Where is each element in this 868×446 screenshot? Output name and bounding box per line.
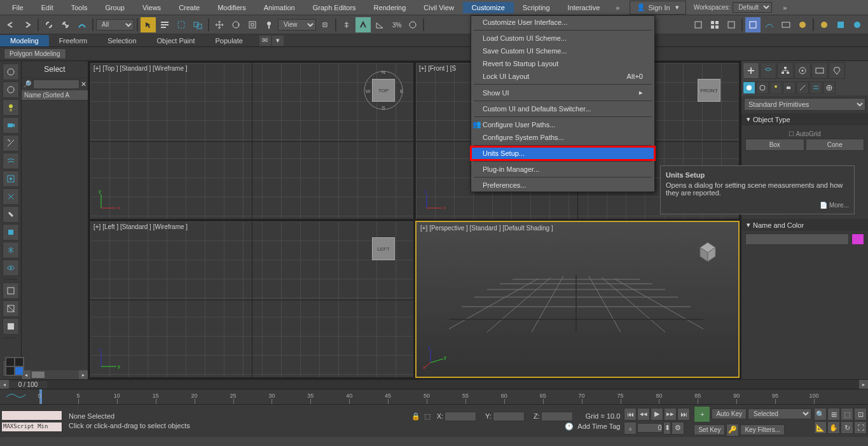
menu-animation[interactable]: Animation xyxy=(255,2,304,13)
dope-sheet-button[interactable] xyxy=(778,17,794,32)
filter-space-warp-icon[interactable] xyxy=(3,153,19,169)
filter-frozen-icon[interactable] xyxy=(3,242,19,258)
snap-button[interactable] xyxy=(355,17,371,32)
systems-subtab[interactable] xyxy=(823,81,836,94)
menu-item-lock-ui-layout[interactable]: Lock UI LayoutAlt+0 xyxy=(471,70,654,83)
zoom-button[interactable]: 🔍 xyxy=(814,408,827,421)
ref-coord-select[interactable]: View xyxy=(278,19,316,31)
fov-button[interactable]: 📐 xyxy=(814,421,827,434)
viewport-top-label[interactable]: [+] [Top ] [Standard ] [Wireframe ] xyxy=(93,65,188,72)
cameras-subtab[interactable] xyxy=(783,81,796,94)
menu-item-custom-ui-and-defaults-switcher[interactable]: Custom UI and Defaults Switcher... xyxy=(471,102,654,115)
menu-item-save-custom-ui-scheme[interactable]: Save Custom UI Scheme... xyxy=(471,45,654,57)
cube-left-face[interactable]: LEFT xyxy=(372,237,395,260)
lock-icon[interactable]: 🔒 xyxy=(411,412,420,421)
prev-frame-button[interactable]: ◂◂ xyxy=(637,408,650,421)
tooltip-more-link[interactable]: 📄 More... xyxy=(666,202,849,209)
filter-container-icon[interactable] xyxy=(3,224,19,240)
cube-front-face[interactable]: FRONT xyxy=(698,79,720,102)
current-frame-input[interactable] xyxy=(637,423,663,433)
autogrid-checkbox[interactable]: ☐ AutoGrid xyxy=(745,129,864,139)
play-button[interactable]: ▶ xyxy=(651,408,663,421)
time-tag-icon[interactable]: 🕐 xyxy=(565,422,574,431)
cone-button[interactable]: Cone xyxy=(806,139,865,151)
curve-editor-button[interactable] xyxy=(762,17,777,32)
render-setup-button[interactable] xyxy=(724,17,739,32)
clear-icon[interactable]: ✕ xyxy=(81,80,86,88)
link-button[interactable] xyxy=(41,17,57,32)
window-crossing-button[interactable] xyxy=(190,17,205,32)
menu-create[interactable]: Create xyxy=(170,2,209,13)
ribbon-tab-modeling[interactable]: Modeling xyxy=(0,35,49,46)
filter-all-icon[interactable] xyxy=(3,282,19,299)
ribbon-tab-object-paint[interactable]: Object Paint xyxy=(147,35,205,46)
viewport-perspective[interactable]: [+] [Perspective ] [Standard ] [Default … xyxy=(415,221,740,378)
menu-tools[interactable]: Tools xyxy=(62,2,97,13)
filter-camera-icon[interactable] xyxy=(3,117,19,134)
explorer-scrollbar[interactable]: ◂ ▸ xyxy=(22,370,88,379)
render-frame-button[interactable] xyxy=(745,17,761,32)
placement-button[interactable] xyxy=(261,17,277,32)
spacewarps-subtab[interactable] xyxy=(809,81,822,94)
goto-end-button[interactable]: ⏭ xyxy=(677,408,690,421)
key-icon[interactable]: 🔑 xyxy=(726,424,739,436)
render-flyout-button[interactable] xyxy=(816,17,832,32)
spinner-snap-button[interactable] xyxy=(405,17,420,32)
render-production-button[interactable] xyxy=(850,17,865,32)
object-name-input[interactable] xyxy=(745,233,849,245)
time-config-button[interactable]: ⚙ xyxy=(672,422,684,435)
helpers-subtab[interactable] xyxy=(796,81,809,94)
viewcube-front[interactable]: FRONT xyxy=(686,67,732,113)
explorer-column-name[interactable]: Name (Sorted A xyxy=(22,90,88,101)
menu-file[interactable]: File xyxy=(3,2,32,13)
menu-item-customize-user-interface[interactable]: Customize User Interface... xyxy=(471,16,654,29)
scale-button[interactable] xyxy=(245,17,260,32)
signin-button[interactable]: 👤 Sign In ▾ xyxy=(630,1,685,15)
z-input[interactable] xyxy=(541,412,573,421)
menu-item-units-setup[interactable]: Units Setup... xyxy=(471,147,654,160)
utilities-tab[interactable] xyxy=(829,62,845,79)
keyfilters-button[interactable]: Key Filters... xyxy=(740,424,785,435)
scroll-right-icon[interactable]: ▸ xyxy=(79,370,88,379)
bind-button[interactable] xyxy=(74,17,90,32)
rotate-button[interactable] xyxy=(228,17,244,32)
geometry-subtab[interactable] xyxy=(743,81,755,94)
name-color-rollout[interactable]: ▾Name and Color xyxy=(741,219,868,231)
next-frame-button[interactable]: ▸▸ xyxy=(664,408,677,421)
menu-scripting[interactable]: Scripting xyxy=(514,2,559,13)
select-by-name-button[interactable] xyxy=(157,17,172,32)
object-color-swatch[interactable] xyxy=(851,233,864,245)
menu-item-preferences[interactable]: Preferences... xyxy=(471,179,654,192)
menu-graph-editors[interactable]: Graph Editors xyxy=(304,2,365,13)
maxscript-input[interactable]: MAXScript Min xyxy=(1,422,62,432)
menu-customize[interactable]: Customize xyxy=(463,2,514,13)
menu-civil-view[interactable]: Civil View xyxy=(415,2,462,13)
set-key-large-button[interactable]: + xyxy=(694,406,710,422)
filter-bone-icon[interactable] xyxy=(3,206,19,223)
display-tab[interactable] xyxy=(811,62,828,79)
keyfilter-select[interactable]: Selected xyxy=(748,408,811,419)
timeline-scrollbar[interactable]: ◂ 0 / 100 ▸ xyxy=(0,380,868,389)
explorer-search-input[interactable] xyxy=(33,80,79,89)
move-button[interactable] xyxy=(212,17,227,32)
filter-geom-icon[interactable] xyxy=(3,64,19,80)
ribbon-tab-populate[interactable]: Populate xyxy=(205,35,252,46)
maxscript-output[interactable] xyxy=(1,410,62,421)
ribbon-tab-freeform[interactable]: Freeform xyxy=(49,35,98,46)
filter-xref-icon[interactable] xyxy=(3,188,19,205)
motion-tab[interactable] xyxy=(794,62,811,79)
menu-item-show-ui[interactable]: Show UI▸ xyxy=(471,86,654,99)
timeline-scroll-left[interactable]: ◂ xyxy=(0,380,9,389)
orbit-button[interactable]: ↻ xyxy=(841,421,853,434)
key-mode-button[interactable]: ⬨ xyxy=(624,422,637,435)
menu-views[interactable]: Views xyxy=(134,2,170,13)
box-button[interactable]: Box xyxy=(745,139,804,151)
viewcube-left[interactable]: LEFT xyxy=(361,226,406,272)
filter-group-icon[interactable] xyxy=(3,171,19,187)
setkey-button[interactable]: Set Key xyxy=(694,424,725,435)
zoom-extents-button[interactable]: ⬚ xyxy=(841,408,853,421)
filter-hidden-icon[interactable] xyxy=(3,260,19,276)
menu-modifiers[interactable]: Modifiers xyxy=(209,2,255,13)
x-input[interactable] xyxy=(444,412,476,421)
select-object-button[interactable] xyxy=(141,17,156,32)
